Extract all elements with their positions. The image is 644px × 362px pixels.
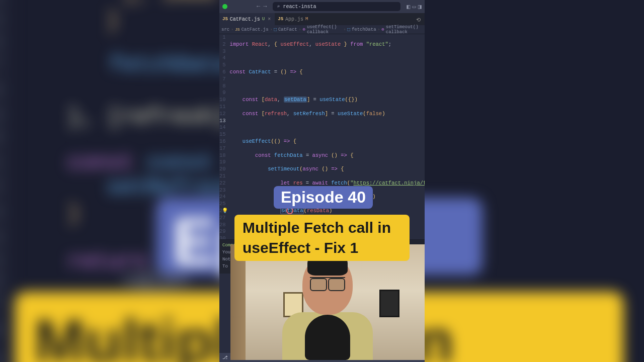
- traffic-light-green[interactable]: [222, 4, 227, 9]
- panel-right-icon[interactable]: ◨: [418, 3, 422, 11]
- panel-left-icon[interactable]: ◧: [407, 3, 410, 11]
- command-center[interactable]: ⌕ react-insta: [273, 2, 400, 11]
- js-file-icon: JS: [278, 17, 283, 22]
- episode-badge: Episode 40: [274, 186, 373, 209]
- search-icon: ⌕: [277, 4, 280, 10]
- panel-bottom-icon[interactable]: ▭: [413, 3, 416, 11]
- nav-forward-icon[interactable]: →: [263, 3, 267, 10]
- tab-app[interactable]: JS App.js M: [275, 13, 312, 25]
- window-title-bar: ← → ⌕ react-insta ◧ ▭ ◨: [219, 0, 425, 13]
- webcam-feed: [230, 244, 425, 360]
- lightbulb-icon[interactable]: 💡: [222, 208, 228, 215]
- compare-changes-icon[interactable]: ⟲: [412, 15, 425, 25]
- nav-back-icon[interactable]: ←: [257, 3, 260, 10]
- tab-catfact[interactable]: JS CatFact.js U ×: [219, 13, 275, 25]
- tab-label: App.js: [285, 17, 303, 22]
- video-title-badge: Multiple Fetch call in useEffect - Fix 1: [234, 215, 410, 261]
- git-status-badge: M: [305, 17, 308, 22]
- editor-tab-bar: JS CatFact.js U × JS App.js M ⟲: [219, 13, 425, 25]
- close-icon[interactable]: ×: [268, 17, 271, 22]
- js-file-icon: JS: [222, 17, 228, 22]
- breadcrumb[interactable]: src › JS CatFact.js › ⬚ CatFact › ⊙ useE…: [219, 25, 425, 34]
- project-name: react-insta: [283, 4, 316, 10]
- git-status-badge: U: [262, 17, 265, 22]
- tab-label: CatFact.js: [230, 17, 260, 22]
- line-number-gutter: 1 2 3 4 5 6 7 8 9 10 11 12 13 14 15 16 1…: [219, 34, 230, 362]
